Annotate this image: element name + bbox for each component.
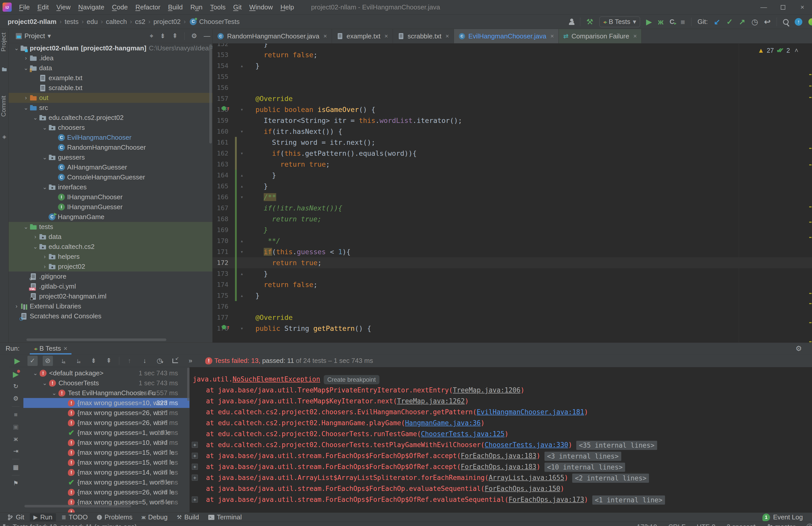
fold-marker[interactable]: ▾: [238, 148, 246, 159]
menu-navigate[interactable]: Navigate: [74, 3, 108, 11]
tree-expander[interactable]: ⌄: [22, 104, 30, 111]
rerun-tests-button[interactable]: ▶: [12, 356, 23, 366]
show-ignored-toggle[interactable]: ⊘: [43, 356, 53, 366]
expand-all-icon[interactable]: ⇟: [88, 356, 99, 366]
tree-row[interactable]: example.txt: [9, 73, 212, 83]
test-console[interactable]: java.util.NoSuchElementExceptionCreate b…: [189, 367, 812, 512]
override-gutter-icon[interactable]: ↑: [222, 325, 230, 329]
tree-expander[interactable]: ⌄: [22, 65, 30, 71]
expand-all-icon[interactable]: ⇟: [160, 32, 165, 40]
test-row[interactable]: !{max wrong guesses=10, word104 ms: [24, 438, 189, 447]
layout-settings-icon[interactable]: ▦: [12, 463, 20, 471]
fold-marker[interactable]: ▾: [238, 323, 246, 334]
stack-frame-link[interactable]: ArrayList.java:1655: [489, 474, 564, 482]
locate-file-icon[interactable]: ⌖: [149, 32, 153, 40]
test-settings-icon[interactable]: ⚙: [12, 394, 20, 403]
expand-fold-icon[interactable]: +: [192, 474, 198, 481]
tree-expander[interactable]: ›: [22, 95, 30, 101]
menu-run[interactable]: Run: [187, 3, 206, 11]
tree-row[interactable]: ⌄tests: [9, 222, 212, 232]
stack-frame-link[interactable]: ForEachOps.java:183: [461, 463, 536, 470]
fold-marker[interactable]: ▴: [238, 60, 246, 71]
tree-row[interactable]: IIHangmanGuesser: [9, 202, 212, 212]
commit-icon[interactable]: ◈: [1, 134, 7, 140]
tree-row[interactable]: .gitlab-ci.yml: [9, 282, 212, 292]
tree-row[interactable]: ⌄guessers: [9, 153, 212, 162]
stack-frame-link[interactable]: ChooserTests.java:330: [485, 441, 568, 449]
status-widget-line-endings[interactable]: CRLF: [668, 523, 686, 526]
test-row[interactable]: !{max wrong guesses=26, word le91 ms: [24, 487, 189, 497]
test-history-icon[interactable]: ◷▾: [155, 356, 165, 366]
close-button[interactable]: ×: [793, 0, 812, 14]
run-button[interactable]: ▶: [646, 17, 652, 26]
tree-row[interactable]: CAIHangmanGuesser: [9, 162, 212, 172]
tree-expander[interactable]: ⌄: [41, 125, 48, 131]
editor-tab[interactable]: CEvilHangmanChooser.java×: [454, 29, 559, 43]
tree-row[interactable]: ⌄edu.caltech.cs2: [9, 242, 212, 252]
run-configuration-select[interactable]: ◂▸ B Tests ▾: [599, 16, 640, 27]
tree-row[interactable]: ›helpers: [9, 252, 212, 261]
test-tree-vscrollbar[interactable]: [187, 368, 189, 401]
tree-row[interactable]: scrabble.txt: [9, 83, 212, 93]
collapse-all-icon[interactable]: ⇞: [104, 356, 114, 366]
tab-close-icon[interactable]: ×: [446, 32, 449, 40]
maximize-button[interactable]: [773, 0, 793, 14]
menu-file[interactable]: File: [15, 3, 33, 11]
tree-row[interactable]: ⌄choosers: [9, 123, 212, 132]
tree-expander[interactable]: ›: [31, 233, 39, 240]
expand-fold-icon[interactable]: +: [192, 453, 198, 459]
code-editor[interactable]: 152 }153 return false;154▴ }155156157 @O…: [213, 43, 812, 342]
test-row[interactable]: ✔{max wrong guesses=1, word ler56 ms: [24, 478, 189, 487]
git-push-icon[interactable]: ↗: [739, 17, 745, 26]
tree-expander[interactable]: ⌄: [31, 114, 39, 121]
tree-row[interactable]: ⌄src: [9, 103, 212, 113]
editor-tab[interactable]: scrabble.txt×: [393, 29, 454, 43]
expand-fold-icon[interactable]: +: [192, 464, 198, 470]
menu-view[interactable]: View: [53, 3, 74, 11]
toolwindow-button-build[interactable]: ⚒Build: [173, 513, 203, 522]
tree-expander[interactable]: ›: [41, 254, 48, 260]
stop-button[interactable]: ■: [681, 17, 685, 26]
tree-row[interactable]: .gitignore: [9, 271, 212, 282]
gear-icon[interactable]: ⚙: [796, 344, 802, 353]
tool-window-switcher-icon[interactable]: [3, 524, 9, 526]
internal-lines-chip[interactable]: <1 internal line>: [592, 496, 665, 504]
debug-button[interactable]: ж: [658, 17, 664, 26]
tab-close-icon[interactable]: ×: [385, 32, 388, 40]
menu-edit[interactable]: Edit: [33, 3, 53, 11]
internal-lines-chip[interactable]: <35 internal lines>: [576, 441, 657, 450]
stack-frame-link[interactable]: TreeMap.java:1262: [397, 397, 465, 405]
inspections-widget[interactable]: ▲ 27 ✔✔ 2 ˄: [757, 46, 798, 55]
test-row[interactable]: !{max wrong guesses=15, word le49 ms: [24, 457, 189, 468]
tab-close-icon[interactable]: ×: [633, 32, 637, 40]
tab-close-icon[interactable]: ×: [323, 32, 327, 40]
fold-marker[interactable]: ▴: [238, 290, 246, 301]
override-gutter-icon[interactable]: ↑: [222, 106, 230, 111]
stack-frame-link[interactable]: HangmanGame.java:36: [405, 419, 481, 427]
breadcrumb-item[interactable]: project02: [152, 18, 182, 26]
tree-expander[interactable]: ⌄: [13, 45, 20, 52]
stop-icon[interactable]: ■: [12, 410, 20, 419]
toolwindow-button-terminal[interactable]: >_Terminal: [205, 513, 245, 522]
fold-marker[interactable]: ▾: [238, 104, 246, 115]
tree-row[interactable]: IIHangmanChooser: [9, 192, 212, 202]
breadcrumb-item[interactable]: ChooserTests: [198, 18, 241, 26]
test-row[interactable]: !: [24, 507, 189, 512]
tree-row[interactable]: ⌄project02-nllam [project02-hangman]C:\U…: [9, 43, 212, 53]
test-row[interactable]: ⌄!ChooserTests1 sec 743 ms: [24, 378, 189, 388]
status-widget-caret-position[interactable]: 172:19: [637, 523, 657, 526]
menu-tools[interactable]: Tools: [206, 3, 229, 11]
editor-tab[interactable]: CRandomHangmanChooser.java×: [213, 29, 332, 43]
git-branch-widget[interactable]: master: [767, 523, 795, 526]
tree-row[interactable]: project02-hangman.iml: [9, 292, 212, 301]
collapse-all-icon[interactable]: ⇞: [172, 32, 178, 40]
git-commit-icon[interactable]: ✓: [726, 17, 733, 26]
breadcrumb-item[interactable]: cs2: [134, 18, 146, 26]
fold-marker[interactable]: ▴: [238, 236, 246, 246]
tree-row[interactable]: Scratches and Consoles: [9, 311, 212, 321]
tree-row[interactable]: ⌄data: [9, 63, 212, 73]
stack-frame-link[interactable]: EvilHangmanChooser.java:181: [477, 408, 584, 416]
menu-git[interactable]: Git: [229, 3, 245, 11]
tool-stripe-commit[interactable]: Commit: [0, 96, 9, 117]
sort-by-duration-icon[interactable]: ↓≡: [73, 356, 83, 366]
